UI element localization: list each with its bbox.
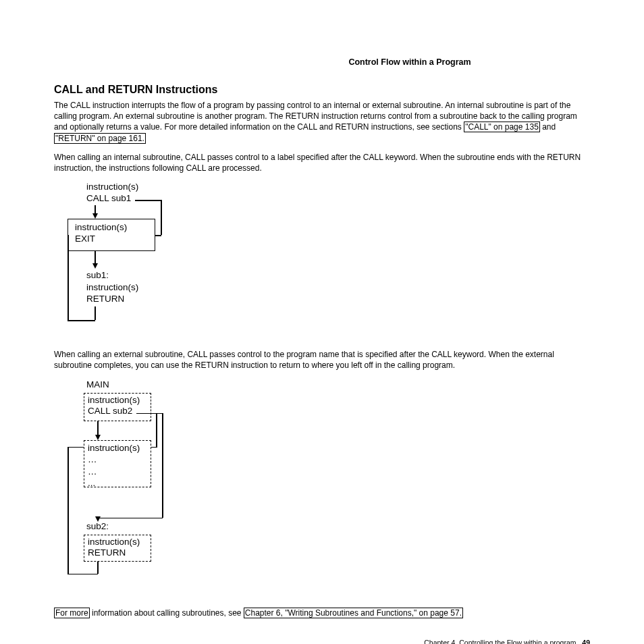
text-line: instruction(s) bbox=[86, 182, 138, 192]
section-title: CALL and RETURN Instructions bbox=[54, 84, 590, 96]
diagram-label: instruction(s) CALL sub1 bbox=[86, 182, 138, 205]
text-line: RETURN bbox=[88, 547, 126, 558]
text-fragment: and bbox=[540, 122, 556, 132]
text-line: instruction(s) bbox=[88, 537, 140, 547]
xref-chapter6[interactable]: Chapter 6, "Writing Subroutines and Func… bbox=[244, 608, 463, 618]
text-line: instruction(s) bbox=[88, 443, 140, 453]
diagram-external-subroutine: MAIN instruction(s) CALL sub2 instructio… bbox=[68, 379, 284, 595]
text-line: … bbox=[88, 454, 97, 464]
diagram-internal-subroutine: instruction(s) CALL sub1 instruction(s) … bbox=[68, 182, 270, 337]
text-line: CALL sub1 bbox=[86, 193, 131, 203]
page-footer: Chapter 4. Controlling the Flow within a… bbox=[54, 639, 590, 644]
paragraph-external: When calling an external subroutine, CAL… bbox=[54, 349, 590, 371]
text-fragment: information about calling subroutines, s… bbox=[90, 608, 244, 618]
text-line: CALL sub2 bbox=[88, 406, 132, 416]
text-line: instruction(s) bbox=[75, 222, 127, 232]
text-line: RETURN bbox=[86, 294, 124, 304]
running-header: Control Flow within a Program bbox=[230, 57, 590, 67]
text-line: … bbox=[88, 466, 97, 477]
diagram-label: sub2: bbox=[86, 521, 109, 531]
diagram-box: instruction(s) EXIT bbox=[68, 219, 155, 251]
diagram-label: MAIN bbox=[86, 379, 109, 390]
xref-return[interactable]: "RETURN" on page 161. bbox=[54, 133, 146, 144]
footer-chapter: Chapter 4. Controlling the Flow within a… bbox=[424, 639, 576, 644]
text-line: instruction(s) bbox=[88, 395, 140, 405]
text-line: EXIT bbox=[75, 234, 95, 244]
diagram-label: sub1: instruction(s) RETURN bbox=[86, 269, 138, 305]
paragraph-more-info: For more information about calling subro… bbox=[54, 608, 590, 618]
paragraph-internal: When calling an internal subroutine, CAL… bbox=[54, 152, 590, 173]
text-line: instruction(s) bbox=[86, 282, 138, 292]
diagram-dashed-box: instruction(s) … … ... bbox=[84, 440, 151, 487]
document-page: Control Flow within a Program CALL and R… bbox=[0, 0, 644, 644]
xref-call[interactable]: "CALL" on page 135 bbox=[464, 122, 540, 132]
text-line: sub1: bbox=[86, 270, 109, 280]
diagram-dashed-box: instruction(s) CALL sub2 bbox=[84, 393, 151, 421]
text-line: ... bbox=[88, 478, 95, 488]
text-fragment-boxed: For more bbox=[54, 608, 90, 618]
footer-page-number: 49 bbox=[582, 639, 590, 644]
paragraph-intro: The CALL instruction interrupts the flow… bbox=[54, 100, 590, 144]
diagram-dashed-box: instruction(s) RETURN bbox=[84, 535, 151, 562]
